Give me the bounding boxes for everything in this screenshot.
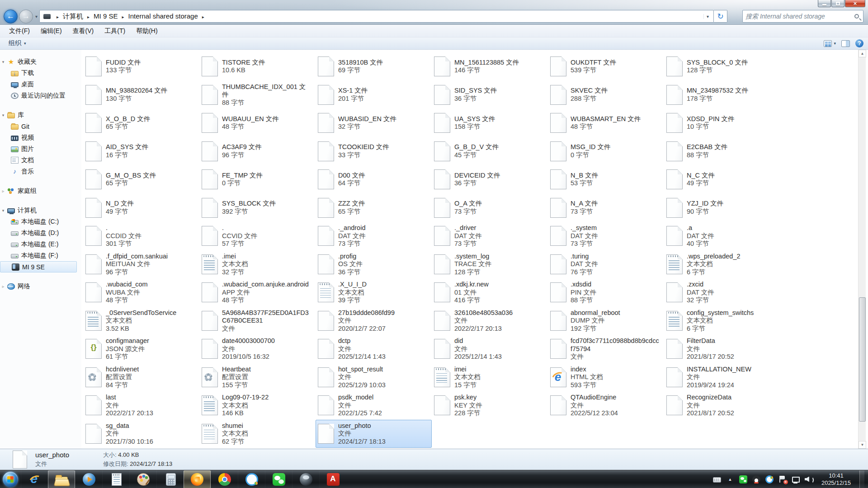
file-tile[interactable]: 27b19ddde086fd99文件2020/12/7 22:07 — [316, 307, 432, 335]
file-tile[interactable]: DEVICEID 文件36 字节 — [432, 165, 548, 194]
forward-button[interactable]: → — [19, 9, 33, 23]
file-tile[interactable]: ._systemDAT 文件73 字节 — [548, 222, 664, 250]
file-tile[interactable]: TCOOKIEID 文件33 字节 — [316, 137, 432, 166]
file-tile[interactable]: E2CBAB 文件88 字节 — [664, 137, 780, 166]
file-tile[interactable]: D00 文件64 字节 — [316, 165, 432, 194]
action-center-flag-icon[interactable]: × — [778, 475, 787, 483]
file-tile[interactable]: hcdnlivenet配置设置84 字节 — [83, 363, 199, 392]
file-tile[interactable]: UA_SYS 文件158 字节 — [432, 109, 548, 137]
collapsed-arrow-icon[interactable]: ▹ — [0, 189, 6, 193]
scroll-down-button[interactable]: ▼ — [859, 441, 866, 449]
file-tile[interactable]: O_A 文件73 字节 — [432, 194, 548, 222]
file-tile[interactable]: .profigOS 文件36 字节 — [316, 250, 432, 279]
sidebar-item-MI 9 SE[interactable]: MI 9 SE — [0, 261, 77, 272]
show-hidden-icons-arrow[interactable]: ▲ — [726, 475, 734, 483]
file-tile[interactable]: N_B 文件53 字节 — [548, 165, 664, 194]
file-tile[interactable]: .zxcidDAT 文件32 字节 — [664, 278, 780, 307]
close-button[interactable]: × — [845, 0, 865, 7]
file-tile[interactable]: eindexHTML 文档593 字节 — [548, 363, 664, 392]
sidebar-item-最近访问的位置[interactable]: 最近访问的位置 — [0, 90, 81, 101]
file-tile[interactable]: .imei文本文档32 字节 — [199, 250, 316, 279]
paint-taskbar-button[interactable] — [129, 470, 156, 488]
qq-penguin-icon[interactable] — [752, 475, 760, 483]
chrome-taskbar-button[interactable] — [211, 470, 238, 488]
sidebar-item-图片[interactable]: 图片 — [0, 143, 81, 155]
show-desktop-button[interactable] — [859, 470, 864, 488]
sidebar-section-1[interactable]: ▾库 — [0, 109, 81, 121]
file-tile[interactable]: G_M_O_BS 文件65 字节 — [83, 165, 199, 194]
file-tile[interactable]: SYS_BLOCK 文件392 字节 — [199, 194, 316, 222]
file-tile[interactable]: X_O_B_D 文件65 字节 — [83, 109, 199, 137]
file-tile[interactable]: .xdkj.kr.new01 文件416 字节 — [432, 278, 548, 307]
internet-explorer-taskbar-button[interactable] — [21, 470, 48, 488]
file-tile[interactable]: G_B_D_V 文件45 字节 — [432, 137, 548, 166]
file-tile[interactable]: FilterData文件2021/8/17 20:52 — [664, 335, 780, 363]
help-button[interactable]: ? — [855, 39, 863, 47]
file-tile[interactable]: ZZZ 文件65 字节 — [316, 194, 432, 222]
search-input[interactable] — [745, 13, 854, 20]
search-box[interactable] — [742, 10, 863, 23]
file-tile[interactable]: last文件2022/2/17 20:13 — [83, 391, 199, 420]
file-tile[interactable]: INSTALLATION_NEW文件2019/9/24 19:24 — [664, 363, 780, 392]
firefox-taskbar-button[interactable] — [184, 470, 211, 488]
file-tile[interactable]: Heartbeat配置设置155 字节 — [199, 363, 316, 392]
adobe-reader-taskbar-button[interactable] — [319, 470, 346, 488]
minimize-button[interactable] — [818, 0, 831, 7]
file-tile[interactable]: ._androidDAT 文件73 字节 — [316, 222, 432, 250]
network-status-icon[interactable] — [792, 475, 800, 483]
menu-item[interactable]: 工具(T) — [99, 25, 131, 37]
sidebar-section-2[interactable]: ▹家庭组 — [0, 185, 81, 197]
file-tile[interactable]: MN_1561123885 文件146 字节 — [432, 52, 548, 81]
expanded-arrow-icon[interactable]: ▾ — [0, 113, 6, 117]
breadcrumb-arrow-icon[interactable]: ▸ — [199, 14, 208, 19]
vertical-scrollbar[interactable]: ▲ ▼ — [858, 50, 866, 449]
file-tile[interactable]: N_D 文件49 字节 — [83, 194, 199, 222]
file-tile[interactable]: MSG_ID 文件0 字节 — [548, 137, 664, 166]
breadcrumb-arrow-icon[interactable]: ▸ — [84, 14, 93, 19]
file-tile[interactable]: sg_data文件2021/7/30 10:16 — [83, 420, 199, 448]
file-tile[interactable]: AID_SYS 文件16 字节 — [83, 137, 199, 166]
file-tile[interactable]: did文件2025/12/14 1:43 — [432, 335, 548, 363]
file-tile[interactable]: .wubacid_comWUBA 文件48 字节 — [83, 278, 199, 307]
sidebar-item-文档[interactable]: 文档 — [0, 155, 81, 166]
address-dropdown-icon[interactable]: ▾ — [703, 14, 712, 19]
sidebar-section-4[interactable]: ▹网络 — [0, 281, 81, 292]
file-tile[interactable]: .wubacid_com.anjuke.androidAPP 文件48 字节 — [199, 278, 316, 307]
expanded-arrow-icon[interactable]: ▾ — [0, 208, 6, 213]
sidebar-section-3[interactable]: ▾计算机 — [0, 205, 81, 216]
file-tile[interactable]: SKVEC 文件288 字节 — [548, 81, 664, 109]
breadcrumb-segment[interactable]: MI 9 SE — [93, 11, 118, 21]
sidebar-item-本地磁盘 (C:)[interactable]: 本地磁盘 (C:) — [0, 216, 81, 227]
file-tile[interactable]: .f_dfpid_com.sankuaiMEITUAN 文件96 字节 — [83, 250, 199, 279]
file-tile[interactable]: ._driverDAT 文件73 字节 — [432, 222, 548, 250]
maximize-button[interactable] — [831, 0, 844, 7]
breadcrumb-arrow-icon[interactable]: ▸ — [118, 14, 127, 19]
media-player-taskbar-button[interactable] — [75, 470, 102, 488]
file-tile[interactable]: shumei文本文档62 字节 — [199, 420, 316, 448]
steam-taskbar-button[interactable] — [292, 470, 319, 488]
file-tile[interactable]: N_A 文件73 字节 — [548, 194, 664, 222]
menu-item[interactable]: 文件(F) — [4, 25, 35, 37]
organize-button[interactable]: 组织 ▾ — [5, 38, 30, 49]
sidebar-item-Git[interactable]: Git — [0, 121, 81, 132]
notepad-taskbar-button[interactable] — [102, 470, 129, 488]
sidebar-item-音乐[interactable]: ♪音乐 — [0, 166, 81, 177]
refresh-button[interactable]: ↻ — [714, 10, 727, 23]
file-tile[interactable]: YZJ_ID 文件90 字节 — [664, 194, 780, 222]
sidebar-section-0[interactable]: ▾★收藏夹 — [0, 56, 81, 67]
file-tile[interactable]: 3518910B 文件69 字节 — [316, 52, 432, 81]
calculator-taskbar-button[interactable] — [156, 470, 184, 488]
menu-item[interactable]: 编辑(E) — [35, 25, 67, 37]
sidebar-item-本地磁盘 (D:)[interactable]: 本地磁盘 (D:) — [0, 227, 81, 239]
address-bar[interactable]: ▸计算机▸MI 9 SE▸Internal shared storage▸ ▾ — [39, 10, 714, 23]
file-tile[interactable]: abnormal_rebootDUMP 文件192 字节 — [548, 307, 664, 335]
file-tile[interactable]: 5A968A4B377F25ED0A1FD3C67B0CEE31文件 — [199, 307, 316, 335]
wechat-tray-icon[interactable] — [739, 475, 747, 483]
file-tile[interactable]: XS-1 文件201 字节 — [316, 81, 432, 109]
change-view-button[interactable]: ▾ — [824, 40, 836, 47]
file-tile[interactable]: TISTORE 文件10.6 KB — [199, 52, 316, 81]
file-tile[interactable]: WUBAUU_EN 文件48 字节 — [199, 109, 316, 137]
windows-explorer-taskbar-button[interactable] — [48, 470, 75, 488]
file-tile[interactable]: dctp文件2025/12/14 1:43 — [316, 335, 432, 363]
file-tile[interactable]: imei文本文档15 字节 — [432, 363, 548, 392]
